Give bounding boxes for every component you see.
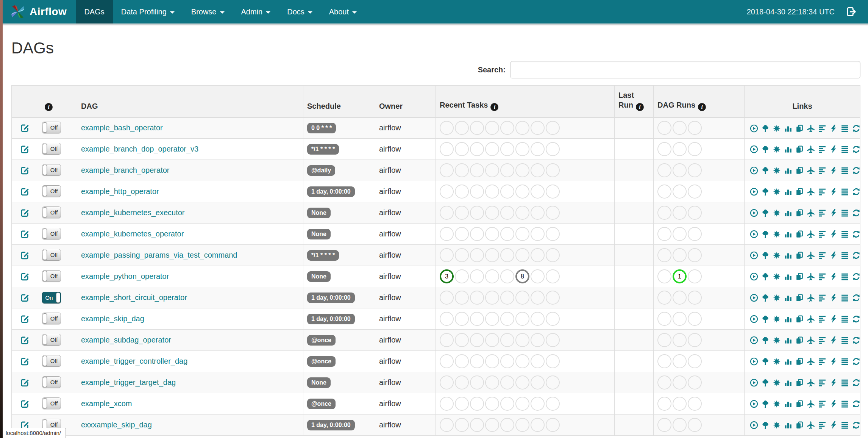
dag-pause-toggle[interactable]: Off xyxy=(42,313,61,324)
sunburst-graph-icon[interactable] xyxy=(773,124,781,133)
tree-icon[interactable] xyxy=(761,336,770,344)
copy-pages-icon[interactable] xyxy=(795,357,804,366)
plane-icon[interactable] xyxy=(807,251,815,260)
align-left-gantt-icon[interactable] xyxy=(818,400,826,408)
play-circle-icon[interactable] xyxy=(750,379,758,387)
align-left-gantt-icon[interactable] xyxy=(818,230,826,238)
bar-chart-icon[interactable] xyxy=(784,336,792,344)
task-state-circle[interactable]: 3 xyxy=(440,269,454,283)
sunburst-graph-icon[interactable] xyxy=(773,336,781,344)
align-justify-icon[interactable] xyxy=(841,336,849,344)
sunburst-graph-icon[interactable] xyxy=(773,166,781,175)
edit-dag-button[interactable] xyxy=(20,378,30,387)
plane-icon[interactable] xyxy=(807,209,815,217)
dag-pause-toggle[interactable]: On xyxy=(42,292,61,303)
refresh-icon[interactable] xyxy=(852,188,860,196)
dag-pause-toggle[interactable]: Off xyxy=(42,185,61,197)
align-left-gantt-icon[interactable] xyxy=(818,294,826,302)
tree-icon[interactable] xyxy=(761,124,770,133)
bar-chart-icon[interactable] xyxy=(784,230,792,238)
plane-icon[interactable] xyxy=(807,166,815,175)
tree-icon[interactable] xyxy=(761,272,770,281)
lightning-bolt-icon[interactable] xyxy=(829,251,838,260)
edit-dag-button[interactable] xyxy=(20,314,30,324)
sunburst-graph-icon[interactable] xyxy=(773,145,781,153)
copy-pages-icon[interactable] xyxy=(795,421,804,429)
align-justify-icon[interactable] xyxy=(841,357,849,366)
bar-chart-icon[interactable] xyxy=(784,400,792,408)
align-justify-icon[interactable] xyxy=(841,379,849,387)
tree-icon[interactable] xyxy=(761,357,770,366)
sunburst-graph-icon[interactable] xyxy=(773,315,781,323)
align-justify-icon[interactable] xyxy=(841,230,849,238)
refresh-icon[interactable] xyxy=(852,294,860,302)
bar-chart-icon[interactable] xyxy=(784,209,792,217)
nav-item-admin[interactable]: Admin xyxy=(233,0,279,23)
bar-chart-icon[interactable] xyxy=(784,251,792,260)
dag-link[interactable]: example_branch_operator xyxy=(81,166,170,174)
align-left-gantt-icon[interactable] xyxy=(818,421,826,429)
bar-chart-icon[interactable] xyxy=(784,188,792,196)
edit-dag-button[interactable] xyxy=(20,187,30,196)
play-circle-icon[interactable] xyxy=(750,124,758,133)
lightning-bolt-icon[interactable] xyxy=(829,421,838,429)
plane-icon[interactable] xyxy=(807,400,815,408)
play-circle-icon[interactable] xyxy=(750,230,758,238)
tree-icon[interactable] xyxy=(761,379,770,387)
bar-chart-icon[interactable] xyxy=(784,124,792,133)
refresh-icon[interactable] xyxy=(852,209,860,217)
refresh-icon[interactable] xyxy=(852,336,860,344)
dag-link[interactable]: example_subdag_operator xyxy=(81,336,171,344)
bar-chart-icon[interactable] xyxy=(784,294,792,302)
play-circle-icon[interactable] xyxy=(750,166,758,175)
lightning-bolt-icon[interactable] xyxy=(829,209,838,217)
dag-pause-toggle[interactable]: Off xyxy=(42,376,61,388)
edit-dag-button[interactable] xyxy=(20,335,30,345)
play-circle-icon[interactable] xyxy=(750,421,758,429)
dag-pause-toggle[interactable]: Off xyxy=(42,228,61,239)
align-left-gantt-icon[interactable] xyxy=(818,315,826,323)
refresh-icon[interactable] xyxy=(852,400,860,408)
align-justify-icon[interactable] xyxy=(841,145,849,153)
edit-dag-button[interactable] xyxy=(20,293,30,302)
play-circle-icon[interactable] xyxy=(750,336,758,344)
align-left-gantt-icon[interactable] xyxy=(818,124,826,133)
lightning-bolt-icon[interactable] xyxy=(829,188,838,196)
edit-dag-button[interactable] xyxy=(20,357,30,366)
nav-item-docs[interactable]: Docs xyxy=(279,0,321,23)
edit-dag-button[interactable] xyxy=(20,399,30,408)
sunburst-graph-icon[interactable] xyxy=(773,188,781,196)
dag-run-circle[interactable]: 1 xyxy=(673,269,687,283)
align-justify-icon[interactable] xyxy=(841,400,849,408)
play-circle-icon[interactable] xyxy=(750,315,758,323)
align-left-gantt-icon[interactable] xyxy=(818,251,826,260)
tree-icon[interactable] xyxy=(761,251,770,260)
tree-icon[interactable] xyxy=(761,145,770,153)
plane-icon[interactable] xyxy=(807,294,815,302)
lightning-bolt-icon[interactable] xyxy=(829,145,838,153)
edit-dag-button[interactable] xyxy=(20,250,30,260)
dag-link[interactable]: example_trigger_target_dag xyxy=(81,378,176,386)
edit-dag-button[interactable] xyxy=(20,208,30,217)
tree-icon[interactable] xyxy=(761,209,770,217)
dag-link[interactable]: example_xcom xyxy=(81,399,132,408)
dag-pause-toggle[interactable]: Off xyxy=(42,164,61,176)
refresh-icon[interactable] xyxy=(852,230,860,238)
align-justify-icon[interactable] xyxy=(841,166,849,175)
refresh-icon[interactable] xyxy=(852,124,860,133)
lightning-bolt-icon[interactable] xyxy=(829,166,838,175)
copy-pages-icon[interactable] xyxy=(795,251,804,260)
nav-item-dags[interactable]: DAGs xyxy=(76,0,112,23)
bar-chart-icon[interactable] xyxy=(784,379,792,387)
play-circle-icon[interactable] xyxy=(750,357,758,366)
bar-chart-icon[interactable] xyxy=(784,166,792,175)
dag-link[interactable]: example_kubernetes_operator xyxy=(81,230,184,238)
lightning-bolt-icon[interactable] xyxy=(829,294,838,302)
align-justify-icon[interactable] xyxy=(841,251,849,260)
plane-icon[interactable] xyxy=(807,379,815,387)
dag-pause-toggle[interactable]: Off xyxy=(42,334,61,346)
edit-dag-button[interactable] xyxy=(20,144,30,154)
edit-dag-button[interactable] xyxy=(20,123,30,133)
copy-pages-icon[interactable] xyxy=(795,166,804,175)
align-justify-icon[interactable] xyxy=(841,188,849,196)
